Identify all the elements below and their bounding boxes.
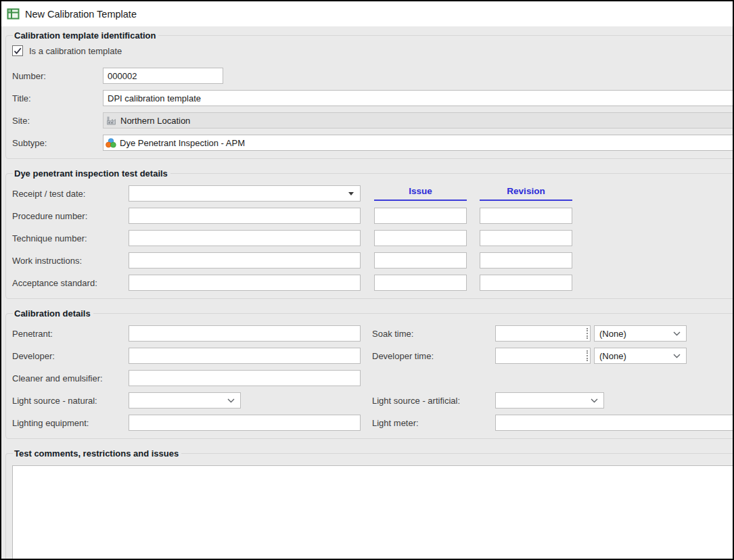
receipt-date-label: Receipt / test date: [12, 189, 129, 199]
penetrant-soaktime-row: Penetrant: Soak time: (None) [12, 325, 733, 342]
site-row: Site: Northern Location [12, 112, 733, 129]
developer-time-input[interactable] [495, 348, 591, 364]
soak-time-input[interactable] [495, 325, 591, 342]
chevron-down-icon [673, 354, 681, 358]
check-icon [14, 47, 22, 55]
light-source-row: Light source - natural: Light source - a… [12, 392, 733, 409]
technique-number-revision-input[interactable] [480, 230, 572, 246]
work-instructions-revision-input[interactable] [480, 252, 572, 269]
issue-column-header: Issue [374, 186, 467, 201]
procedure-number-issue-input[interactable] [374, 208, 467, 224]
chevron-down-icon [227, 398, 235, 403]
group-test-comments: Test comments, restrictions and issues [5, 448, 733, 559]
checkbox-label: Is a calibration template [29, 46, 122, 56]
group-legend-test-comments: Test comments, restrictions and issues [13, 448, 181, 459]
developer-time-unit-dropdown[interactable]: (None) [594, 348, 687, 364]
group-legend-test-details: Dye penetrant inspection test details [13, 168, 170, 179]
receipt-date-combobox[interactable] [129, 185, 361, 202]
soak-time-unit-dropdown[interactable]: (None) [594, 325, 687, 342]
acceptance-standard-label: Acceptance standard: [12, 278, 129, 288]
new-calibration-template-window: New Calibration Template Calibration tem… [0, 0, 734, 560]
calibration-template-icon [7, 7, 20, 20]
penetrant-label: Penetrant: [12, 329, 129, 339]
technique-number-input[interactable] [129, 230, 361, 246]
light-natural-dropdown[interactable] [129, 392, 241, 409]
stepper-dots-icon [587, 328, 588, 339]
chevron-down-icon [673, 331, 681, 336]
title-input[interactable] [103, 90, 733, 106]
soak-time-label: Soak time: [372, 329, 495, 339]
form-area: Calibration template identification Is a… [1, 26, 733, 559]
light-artificial-dropdown[interactable] [495, 392, 604, 409]
colored-balls-icon [106, 138, 116, 148]
group-test-details: Dye penetrant inspection test details Re… [5, 168, 733, 299]
soak-time-stepper[interactable] [495, 325, 591, 342]
titlebar: New Calibration Template [1, 1, 733, 26]
lighting-equipment-label: Lighting equipment: [12, 418, 129, 428]
title-row: Title: [12, 90, 733, 106]
developer-devtime-row: Developer: Developer time: (None) [12, 348, 733, 364]
penetrant-input[interactable] [129, 325, 361, 342]
is-calibration-template-checkbox[interactable] [12, 45, 23, 56]
is-calibration-template-row: Is a calibration template [12, 45, 733, 56]
technique-number-issue-input[interactable] [374, 230, 467, 246]
cleaner-label: Cleaner and emulsifier: [12, 373, 129, 383]
developer-input[interactable] [129, 348, 361, 364]
number-row: Number: [12, 68, 733, 84]
title-label: Title: [12, 93, 103, 103]
subtype-row: Subtype: Dye Penetrant Inspection - APM [12, 135, 733, 151]
work-instructions-issue-input[interactable] [374, 252, 467, 269]
developer-time-label: Developer time: [372, 351, 495, 361]
work-instructions-row: Work instructions: [12, 252, 733, 269]
chevron-down-icon [591, 398, 598, 403]
group-legend-identification: Calibration template identification [13, 30, 158, 41]
developer-time-unit-value: (None) [599, 351, 626, 361]
lighting-equipment-input[interactable] [129, 415, 361, 431]
acceptance-standard-input[interactable] [129, 275, 361, 291]
revision-column-header: Revision [480, 186, 572, 201]
light-meter-input[interactable] [495, 415, 733, 431]
subtype-field[interactable]: Dye Penetrant Inspection - APM [103, 135, 733, 151]
developer-label: Developer: [12, 351, 129, 361]
cleaner-row: Cleaner and emulsifier: [12, 370, 733, 386]
stepper-dots-icon [587, 350, 588, 361]
test-comments-textarea[interactable] [12, 465, 733, 559]
dropdown-arrow-icon [348, 192, 354, 195]
developer-time-stepper[interactable] [495, 348, 591, 364]
site-field: Northern Location [103, 112, 733, 129]
work-instructions-input[interactable] [129, 252, 361, 269]
site-label: Site: [12, 116, 103, 126]
procedure-number-revision-input[interactable] [480, 208, 572, 224]
number-label: Number: [12, 71, 103, 81]
group-legend-calibration-details: Calibration details [13, 308, 93, 319]
acceptance-standard-revision-input[interactable] [480, 275, 572, 291]
group-calibration-template-identification: Calibration template identification Is a… [5, 30, 733, 159]
acceptance-standard-row: Acceptance standard: [12, 275, 733, 291]
procedure-number-input[interactable] [129, 208, 361, 224]
group-calibration-details: Calibration details Penetrant: Soak time… [5, 308, 733, 439]
acceptance-standard-issue-input[interactable] [374, 275, 467, 291]
procedure-number-row: Procedure number: [12, 208, 733, 224]
technique-number-row: Technique number: [12, 230, 733, 246]
soak-time-unit-value: (None) [599, 329, 626, 339]
lighting-equipment-row: Lighting equipment: Light meter: [12, 415, 733, 431]
factory-icon [106, 115, 117, 126]
light-meter-label: Light meter: [372, 418, 495, 428]
subtype-label: Subtype: [12, 138, 103, 148]
cleaner-input[interactable] [129, 370, 361, 386]
procedure-number-label: Procedure number: [12, 211, 129, 221]
subtype-value: Dye Penetrant Inspection - APM [120, 138, 245, 148]
number-input[interactable] [103, 68, 223, 84]
site-value: Northern Location [120, 116, 190, 126]
window-title: New Calibration Template [25, 9, 137, 20]
technique-number-label: Technique number: [12, 233, 129, 243]
light-natural-label: Light source - natural: [12, 396, 129, 406]
work-instructions-label: Work instructions: [12, 256, 129, 266]
light-artificial-label: Light source - artificial: [372, 396, 495, 406]
receipt-date-row: Receipt / test date: Issue Revision [12, 185, 733, 202]
